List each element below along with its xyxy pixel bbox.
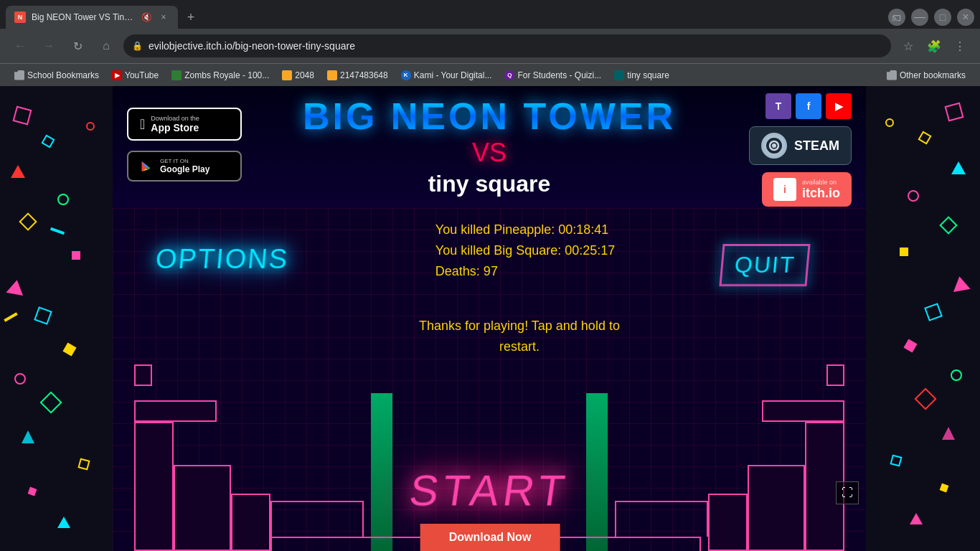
app-store-button[interactable]:  Download on the App Store	[127, 108, 242, 141]
download-now-button[interactable]: Download Now	[420, 524, 560, 551]
google-play-button[interactable]: GET IT ON Google Play	[127, 151, 242, 182]
bookmarks-bar: School Bookmarks ▶ YouTube Zombs Royale …	[0, 63, 980, 86]
deco-shape	[4, 312, 17, 321]
deco-shape	[924, 303, 943, 321]
maximize-button[interactable]: □	[934, 9, 951, 26]
bookmark-label: YouTube	[125, 70, 159, 80]
fullscreen-button[interactable]: ⛶	[836, 481, 859, 504]
itchio-text: available on itch.io	[802, 179, 840, 201]
deco-shape	[940, 484, 949, 493]
bookmark-school[interactable]: School Bookmarks	[9, 67, 105, 83]
title-main: BIG NEON TOWER	[303, 98, 676, 135]
game-area:  Download on the App Store	[113, 86, 866, 551]
options-button[interactable]: OPTIONS	[154, 244, 290, 275]
bookmark-youtube[interactable]: ▶ YouTube	[106, 67, 164, 83]
bookmark-zombs[interactable]: Zombs Royale - 100...	[166, 67, 275, 83]
deco-shape	[918, 131, 931, 144]
tab-bar: N Big NEON Tower VS Tiny Sq... 🔇 × + — □…	[0, 0, 980, 29]
bookmark-label: Zombs Royale - 100...	[184, 70, 269, 80]
forward-button[interactable]: →	[37, 34, 60, 57]
steam-logo	[761, 133, 787, 159]
app-store-text: Download on the App Store	[151, 115, 199, 133]
deco-shape	[939, 216, 957, 234]
youtube-button[interactable]: ▶	[826, 93, 852, 119]
steam-button[interactable]: STEAM	[749, 126, 852, 165]
deco-shape	[28, 487, 37, 496]
twitch-button[interactable]: T	[765, 93, 791, 119]
stat-pineapple: You killed Pineapple: 00:18:41	[435, 222, 616, 237]
bookmark-quizi[interactable]: Q For Students - Quizi...	[499, 67, 607, 83]
quizi-favicon: Q	[504, 70, 514, 80]
tab-close-button[interactable]: ×	[158, 11, 169, 23]
tower-right-ext	[708, 494, 748, 551]
bookmark-label: 2147483648	[340, 70, 388, 80]
back-button[interactable]: ←	[9, 34, 32, 57]
deco-circle	[86, 122, 95, 131]
2048-favicon	[282, 70, 292, 80]
steam-label: STEAM	[794, 138, 839, 154]
tower-left-base	[174, 465, 231, 551]
deco-circle	[951, 369, 962, 381]
quit-label: QUIT	[733, 252, 796, 278]
bookmark-label: Kami - Your Digital...	[414, 70, 492, 80]
floor-step-right	[615, 501, 708, 537]
deco-shape	[77, 458, 90, 470]
bookmark-kami[interactable]: K Kami - Your Digital...	[395, 67, 498, 83]
tower-right-platform	[762, 400, 844, 422]
torch-right	[586, 393, 608, 551]
deco-shape	[72, 251, 80, 260]
new-tab-button[interactable]: +	[181, 7, 201, 27]
deco-shape	[62, 342, 76, 356]
deco-shape	[942, 427, 955, 440]
minimize-button[interactable]: —	[911, 9, 928, 26]
start-button[interactable]: START	[407, 466, 573, 515]
tab-mute-icon[interactable]: 🔇	[141, 11, 152, 23]
quit-button[interactable]: QUIT	[719, 244, 811, 286]
itchio-button[interactable]: i available on itch.io	[762, 172, 852, 207]
bookmark-ice-tower[interactable]: tiny square	[608, 67, 675, 83]
game-main-area[interactable]: OPTIONS You killed Pineapple: 00:18:41 Y…	[113, 208, 866, 551]
left-decoration	[0, 86, 111, 551]
deco-circle	[908, 190, 919, 202]
tab-favicon: N	[14, 11, 26, 23]
app-store-line1: Download on the	[151, 115, 199, 122]
torch-left	[371, 393, 392, 551]
google-play-icon	[140, 159, 154, 174]
extensions-button[interactable]: 🧩	[923, 34, 946, 57]
tab-title: Big NEON Tower VS Tiny Sq...	[32, 12, 135, 22]
deco-circle	[14, 373, 26, 385]
gp-line2: Google Play	[160, 164, 209, 174]
bookmark-label: For Students - Quizi...	[517, 70, 601, 80]
folder-icon	[14, 70, 24, 80]
gp-line1: GET IT ON	[160, 158, 209, 164]
reload-button[interactable]: ↻	[66, 34, 89, 57]
address-bar[interactable]: 🔒 evilobjective.itch.io/big-neon-tower-t…	[123, 34, 891, 57]
itchio-label: itch.io	[802, 186, 840, 201]
home-button[interactable]: ⌂	[95, 34, 118, 57]
bookmark-2147[interactable]: 2147483648	[321, 67, 394, 83]
bookmark-star-button[interactable]: ☆	[897, 34, 920, 57]
close-button[interactable]: ×	[957, 9, 974, 26]
folder-icon	[887, 70, 897, 80]
bookmark-other[interactable]: Other bookmarks	[881, 67, 971, 83]
itchio-avail: available on	[802, 179, 840, 186]
facebook-button[interactable]: f	[796, 93, 821, 119]
bookmark-2048[interactable]: 2048	[276, 67, 320, 83]
stat-deaths: Deaths: 97	[435, 264, 616, 279]
tower-right-base	[748, 465, 805, 551]
deco-triangle	[910, 513, 923, 524]
deco-shape	[22, 430, 34, 443]
deco-shape	[39, 391, 62, 413]
apple-icon: 	[140, 116, 145, 133]
deco-shape	[50, 227, 65, 235]
bookmark-label: Other bookmarks	[900, 70, 966, 80]
google-play-text: GET IT ON Google Play	[160, 158, 209, 174]
active-tab[interactable]: N Big NEON Tower VS Tiny Sq... 🔇 ×	[6, 6, 178, 29]
menu-button[interactable]: ⋮	[948, 34, 971, 57]
deco-circle	[57, 194, 69, 205]
toolbar: ← → ↻ ⌂ 🔒 evilobjective.itch.io/big-neon…	[0, 29, 980, 63]
deco-triangle	[951, 275, 970, 292]
game-title: BIG NEON TOWER VS tiny square	[159, 98, 819, 197]
bookmark-label: School Bookmarks	[27, 70, 99, 80]
right-decoration	[869, 86, 980, 551]
